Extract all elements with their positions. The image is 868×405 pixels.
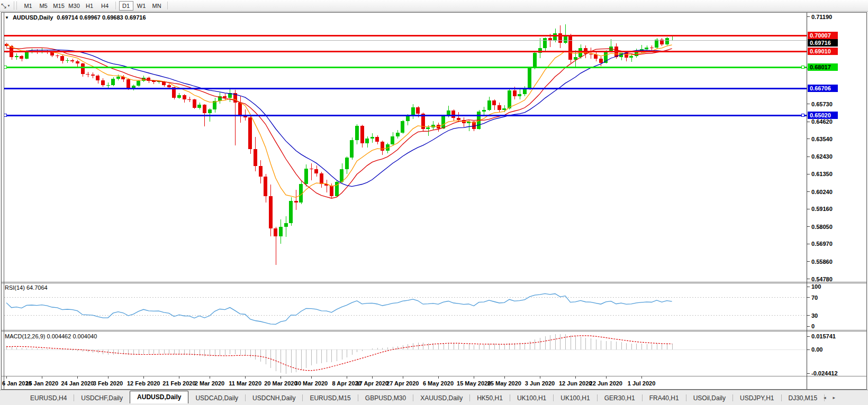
trading-platform-window: ⤡ ▼ M1 M5 M15 M30 H1 H4 D1 W1 MN 0.71190… — [0, 0, 868, 405]
macd-indicator-label: MACD(12,26,9) 0.004462 0.004040 — [5, 333, 97, 339]
line-handle[interactable] — [4, 114, 7, 117]
svg-text:21 Feb 2020: 21 Feb 2020 — [162, 380, 195, 386]
chevron-down-icon[interactable]: ▼ — [7, 4, 11, 7]
svg-text:24 Jan 2020: 24 Jan 2020 — [61, 380, 94, 386]
svg-text:0.58050: 0.58050 — [811, 224, 833, 230]
line-handle[interactable] — [802, 66, 804, 69]
tab-xauusd-daily[interactable]: XAUUSD,Daily — [413, 393, 469, 403]
tab-eurusd-m15[interactable]: EURUSD,M15 — [303, 393, 357, 403]
price-label-0.70007: 0.70007 — [808, 32, 838, 39]
toolbar-grip[interactable] — [14, 2, 17, 10]
svg-text:22 Jun 2020: 22 Jun 2020 — [590, 380, 622, 386]
svg-text:1 Jul 2020: 1 Jul 2020 — [628, 380, 656, 386]
svg-text:27 Apr 2020: 27 Apr 2020 — [386, 380, 419, 386]
tabs-scroll-left-button[interactable]: ◂ — [824, 395, 826, 400]
svg-text:0.015741: 0.015741 — [811, 333, 836, 339]
price-label-0.66706: 0.66706 — [808, 85, 838, 92]
timeframe-m15-button[interactable]: M15 — [52, 1, 66, 11]
svg-text:0.61350: 0.61350 — [811, 171, 833, 177]
tab-usoil-daily[interactable]: USOil,Daily — [686, 393, 733, 403]
tab-usdjpy-h1[interactable]: USDJPY,H1 — [733, 393, 781, 403]
chart-ohlc-values: 0.69714 0.69967 0.69683 0.69716 — [57, 14, 146, 21]
svg-text:3 Feb 2020: 3 Feb 2020 — [93, 380, 123, 386]
svg-text:25 May 2020: 25 May 2020 — [487, 380, 521, 386]
cursor-tool-button[interactable]: ⤡ ▼ — [0, 2, 12, 10]
timeframe-h4-button[interactable]: H4 — [98, 1, 112, 11]
svg-text:70: 70 — [811, 294, 818, 301]
rsi-indicator-label: RSI(14) 64.7064 — [5, 284, 48, 291]
chart-symbol-period: AUDUSD,Daily — [13, 14, 53, 21]
price-label-0.69716: 0.69716 — [808, 39, 838, 47]
tab-audusd-daily[interactable]: AUDUSD,Daily — [130, 391, 188, 403]
svg-text:12 Jun 2020: 12 Jun 2020 — [559, 380, 592, 386]
svg-text:20 Mar 2020: 20 Mar 2020 — [264, 380, 297, 386]
tab-hk50-h1[interactable]: HK50,H1 — [470, 393, 510, 403]
svg-text:12 Feb 2020: 12 Feb 2020 — [127, 380, 160, 386]
price-label-0.68017: 0.68017 — [808, 63, 838, 71]
svg-text:0.69010: 0.69010 — [810, 48, 831, 54]
chart-window-bg — [1, 12, 867, 389]
svg-text:-0.024412: -0.024412 — [811, 370, 838, 376]
timeframe-mn-button[interactable]: MN — [150, 1, 164, 11]
svg-text:0.65730: 0.65730 — [811, 101, 833, 107]
tab-usdchf-daily[interactable]: USDCHF,Daily — [74, 393, 130, 403]
svg-text:0.60240: 0.60240 — [811, 189, 833, 195]
toolbar-separator — [167, 2, 168, 10]
tab-dj30-m15[interactable]: DJ30,M15 — [782, 393, 825, 403]
chart-tabs-bar: EURUSD,H4 USDCHF,Daily AUDUSD,Daily USDC… — [0, 390, 868, 405]
tab-uk100-h1-2[interactable]: UK100,H1 — [554, 393, 596, 403]
svg-text:2 Mar 2020: 2 Mar 2020 — [195, 380, 224, 386]
svg-text:0.56970: 0.56970 — [811, 241, 833, 247]
timeframe-m5-button[interactable]: M5 — [37, 1, 51, 11]
price-label-0.65020: 0.65020 — [808, 112, 838, 119]
chart-menu-arrow-icon[interactable]: ▼ — [5, 15, 9, 21]
line-handle[interactable] — [802, 114, 804, 117]
svg-text:0.66706: 0.66706 — [810, 85, 831, 91]
svg-text:3 Jun 2020: 3 Jun 2020 — [525, 380, 555, 386]
svg-text:100: 100 — [811, 283, 821, 290]
timeframes-toolbar: ⤡ ▼ M1 M5 M15 M30 H1 H4 D1 W1 MN — [0, 0, 868, 12]
chart-canvas[interactable]: 0.711900.679200.657300.646200.635400.624… — [0, 0, 868, 405]
tab-fra40-h1[interactable]: FRA40,H1 — [643, 393, 686, 403]
tab-uk100-h1[interactable]: UK100,H1 — [510, 393, 553, 403]
tab-ger30-h1[interactable]: GER30,H1 — [598, 393, 642, 403]
svg-text:0.54780: 0.54780 — [811, 276, 833, 282]
svg-text:0.68017: 0.68017 — [810, 64, 831, 70]
svg-text:0.55860: 0.55860 — [811, 259, 833, 265]
svg-text:30: 30 — [811, 312, 818, 319]
timeframe-w1-button[interactable]: W1 — [134, 1, 149, 11]
tabs-scroll-right-button[interactable]: ▸ — [833, 395, 835, 400]
svg-text:0.65020: 0.65020 — [810, 112, 831, 118]
price-label-0.69010: 0.69010 — [808, 48, 838, 55]
svg-text:15 Jan 2020: 15 Jan 2020 — [25, 380, 58, 386]
svg-text:0.69716: 0.69716 — [810, 40, 831, 46]
svg-text:0.62430: 0.62430 — [811, 153, 833, 160]
svg-text:0.71190: 0.71190 — [811, 14, 832, 20]
timeframe-m1-button[interactable]: M1 — [21, 1, 35, 11]
toolbar-separator — [115, 2, 116, 10]
line-handle[interactable] — [4, 66, 7, 69]
svg-text:0.70007: 0.70007 — [810, 32, 831, 39]
svg-text:0: 0 — [811, 323, 815, 329]
svg-text:0.59160: 0.59160 — [811, 206, 833, 212]
svg-text:30 Mar 2020: 30 Mar 2020 — [295, 380, 328, 386]
svg-text:17 Apr 2020: 17 Apr 2020 — [356, 380, 388, 386]
timeframe-h1-button[interactable]: H1 — [83, 1, 97, 11]
tab-eurusd-h4[interactable]: EURUSD,H4 — [23, 393, 74, 403]
svg-text:0.00: 0.00 — [811, 346, 822, 353]
svg-text:6 May 2020: 6 May 2020 — [423, 380, 454, 386]
chart-title: ▼ AUDUSD,Daily 0.69714 0.69967 0.69683 0… — [5, 14, 146, 21]
timeframe-m30-button[interactable]: M30 — [67, 1, 82, 11]
svg-text:0.63540: 0.63540 — [811, 136, 833, 142]
svg-text:0.64620: 0.64620 — [811, 118, 833, 125]
tab-usdcad-daily[interactable]: USDCAD,Daily — [188, 393, 245, 403]
svg-text:11 Mar 2020: 11 Mar 2020 — [229, 380, 261, 386]
cursor-tool-icon: ⤡ — [1, 2, 6, 10]
tab-gbpusd-m30[interactable]: GBPUSD,M30 — [358, 393, 413, 403]
svg-text:15 May 2020: 15 May 2020 — [457, 380, 491, 386]
timeframe-d1-button[interactable]: D1 — [119, 1, 133, 11]
tab-usdcnh-daily[interactable]: USDCNH,Daily — [246, 393, 302, 403]
